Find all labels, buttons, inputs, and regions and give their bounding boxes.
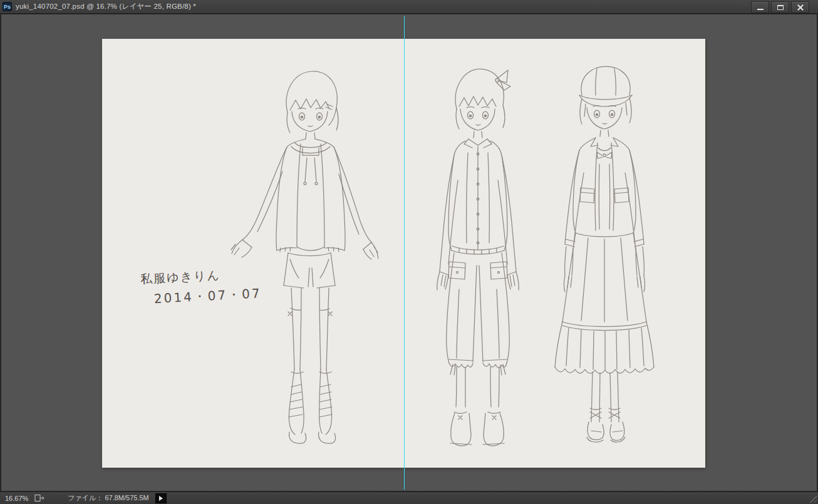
vertical-guide[interactable] [404, 16, 405, 490]
document-status-icon [34, 494, 45, 502]
close-button[interactable] [791, 1, 809, 13]
maximize-button[interactable] [771, 1, 789, 13]
pasteboard[interactable]: 私服ゆきりん 2014・07・07 [1, 14, 817, 491]
close-icon [797, 7, 804, 8]
photoshop-window: { "titlebar": { "app_icon": "Ps", "title… [0, 0, 818, 504]
window-resize-grip[interactable] [809, 495, 817, 503]
zoom-level-field[interactable]: 16.67% [0, 495, 33, 502]
maximize-icon [777, 5, 784, 10]
status-options-arrow-icon [159, 496, 163, 501]
figure-skirt-girl [555, 66, 654, 442]
figure-hoodie-girl [231, 71, 378, 443]
minimize-button[interactable] [751, 1, 769, 13]
status-options-button[interactable] [155, 493, 167, 503]
statusbar: 16.67% ファイル： 67.8M/575.5M [0, 491, 818, 504]
file-size-status: ファイル： 67.8M/575.5M [68, 493, 148, 503]
photoshop-app-icon: Ps [3, 2, 12, 11]
minimize-icon [757, 9, 764, 10]
window-controls [751, 1, 809, 13]
figure-capri-girl [437, 69, 519, 446]
titlebar[interactable]: Ps yuki_140702_07.psd @ 16.7% (レイヤー 25, … [0, 0, 818, 14]
window-title: yuki_140702_07.psd @ 16.7% (レイヤー 25, RGB… [16, 2, 196, 11]
